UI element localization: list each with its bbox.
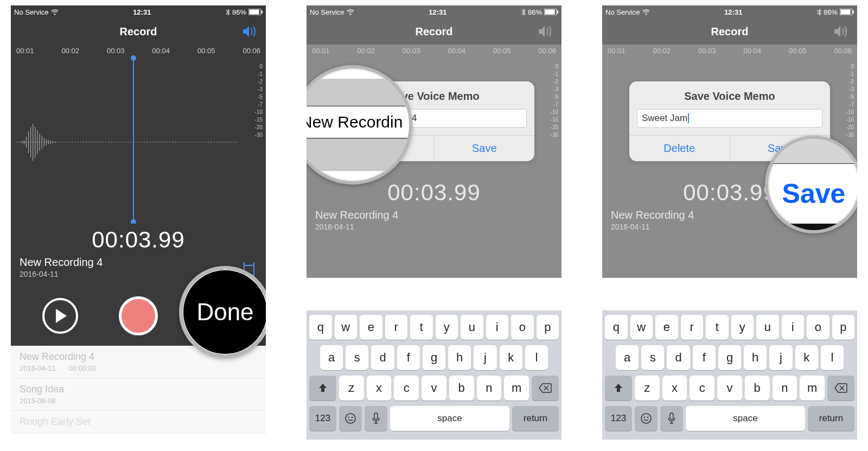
record-button[interactable] bbox=[119, 296, 158, 335]
key-dictation[interactable] bbox=[660, 406, 683, 431]
key-b[interactable]: b bbox=[745, 376, 770, 401]
memo-name-input[interactable]: Sweet Jam bbox=[637, 109, 822, 128]
key-u[interactable]: u bbox=[756, 315, 779, 340]
clock-label: 12:31 bbox=[133, 8, 151, 16]
key-i[interactable]: i bbox=[486, 315, 509, 340]
key-backspace[interactable] bbox=[827, 376, 854, 401]
key-t[interactable]: t bbox=[706, 315, 729, 340]
key-l[interactable]: l bbox=[525, 345, 548, 370]
key-v[interactable]: v bbox=[717, 376, 742, 401]
key-emoji[interactable] bbox=[635, 406, 658, 431]
tick: 00:02 bbox=[653, 47, 671, 55]
key-o[interactable]: o bbox=[807, 315, 829, 340]
key-u[interactable]: u bbox=[461, 315, 483, 340]
speaker-button[interactable] bbox=[242, 25, 258, 41]
list-item-date: 2016-04-11 bbox=[20, 364, 56, 372]
key-n[interactable]: n bbox=[773, 376, 797, 401]
key-space[interactable]: space bbox=[686, 406, 805, 431]
key-e[interactable]: e bbox=[360, 315, 382, 340]
key-j[interactable]: j bbox=[474, 345, 496, 370]
elapsed-time: 00:03.99 bbox=[20, 227, 257, 253]
key-k[interactable]: k bbox=[500, 345, 522, 370]
dialog-title: Save Voice Memo bbox=[629, 81, 830, 109]
db-tick: -30 bbox=[255, 131, 263, 139]
key-dictation[interactable] bbox=[365, 406, 387, 431]
db-tick: 0 bbox=[551, 63, 558, 71]
key-emoji[interactable] bbox=[339, 406, 362, 431]
key-x[interactable]: x bbox=[367, 376, 392, 401]
key-l[interactable]: l bbox=[821, 345, 844, 370]
key-c[interactable]: c bbox=[394, 376, 419, 401]
delete-button[interactable]: Delete bbox=[629, 136, 730, 161]
db-tick: -5 bbox=[551, 93, 558, 101]
time-ticks: 00:01 00:02 00:03 00:04 00:05 00:06 bbox=[11, 47, 266, 55]
key-m[interactable]: m bbox=[800, 376, 825, 401]
tick: 00:01 bbox=[312, 47, 330, 55]
key-space[interactable]: space bbox=[390, 406, 509, 431]
key-numbers[interactable]: 123 bbox=[605, 406, 632, 431]
key-i[interactable]: i bbox=[782, 315, 805, 340]
key-o[interactable]: o bbox=[511, 315, 534, 340]
play-button[interactable] bbox=[42, 298, 78, 334]
speaker-button[interactable] bbox=[538, 25, 554, 41]
key-q[interactable]: q bbox=[605, 315, 628, 340]
key-f[interactable]: f bbox=[693, 345, 716, 370]
svg-rect-36 bbox=[670, 413, 673, 420]
key-a[interactable]: a bbox=[320, 345, 343, 370]
playhead[interactable] bbox=[133, 56, 134, 224]
key-shift[interactable] bbox=[605, 376, 632, 401]
svg-rect-24 bbox=[545, 10, 554, 15]
tick: 00:02 bbox=[357, 47, 375, 55]
key-w[interactable]: w bbox=[630, 315, 653, 340]
key-c[interactable]: c bbox=[690, 376, 714, 401]
key-s[interactable]: s bbox=[641, 345, 664, 370]
battery-label: 86% bbox=[824, 8, 838, 16]
key-r[interactable]: r bbox=[681, 315, 704, 340]
key-r[interactable]: r bbox=[385, 315, 408, 340]
key-h[interactable]: h bbox=[744, 345, 767, 370]
key-y[interactable]: y bbox=[731, 315, 754, 340]
key-return[interactable]: return bbox=[808, 406, 854, 431]
key-d[interactable]: d bbox=[371, 345, 394, 370]
key-n[interactable]: n bbox=[477, 376, 502, 401]
key-q[interactable]: q bbox=[309, 315, 332, 340]
key-w[interactable]: w bbox=[335, 315, 358, 340]
key-g[interactable]: g bbox=[423, 345, 445, 370]
key-a[interactable]: a bbox=[616, 345, 639, 370]
callout-save: Save bbox=[765, 136, 857, 233]
key-z[interactable]: z bbox=[635, 376, 660, 401]
key-k[interactable]: k bbox=[795, 345, 818, 370]
key-p[interactable]: p bbox=[832, 315, 855, 340]
db-tick: -1 bbox=[551, 71, 558, 78]
tick: 00:03 bbox=[403, 47, 420, 55]
key-v[interactable]: v bbox=[422, 376, 446, 401]
key-m[interactable]: m bbox=[504, 376, 529, 401]
key-h[interactable]: h bbox=[448, 345, 471, 370]
key-z[interactable]: z bbox=[339, 376, 364, 401]
key-t[interactable]: t bbox=[410, 315, 433, 340]
key-numbers[interactable]: 123 bbox=[309, 406, 336, 431]
list-item[interactable]: Rough Early Set bbox=[11, 411, 266, 434]
key-j[interactable]: j bbox=[769, 345, 792, 370]
bluetooth-icon bbox=[521, 9, 526, 16]
db-scale: 0 -1 -2 -3 -5 -7 -10 -15 -20 -30 bbox=[255, 63, 263, 139]
save-button[interactable]: Save bbox=[435, 136, 535, 161]
key-shift[interactable] bbox=[309, 376, 336, 401]
tick: 00:06 bbox=[242, 47, 260, 55]
key-e[interactable]: e bbox=[655, 315, 678, 340]
key-backspace[interactable] bbox=[532, 376, 559, 401]
key-d[interactable]: d bbox=[667, 345, 690, 370]
key-return[interactable]: return bbox=[512, 406, 559, 431]
key-p[interactable]: p bbox=[537, 315, 559, 340]
key-f[interactable]: f bbox=[397, 345, 420, 370]
list-item[interactable]: Song Idea 2015-06-08 bbox=[11, 378, 266, 411]
key-x[interactable]: x bbox=[662, 376, 687, 401]
key-y[interactable]: y bbox=[436, 315, 458, 340]
speaker-button[interactable] bbox=[833, 25, 850, 41]
tick: 00:02 bbox=[61, 47, 79, 55]
key-b[interactable]: b bbox=[449, 376, 474, 401]
svg-point-26 bbox=[346, 414, 355, 423]
key-s[interactable]: s bbox=[346, 345, 368, 370]
status-bar: No Service 12:31 86% bbox=[602, 5, 857, 18]
key-g[interactable]: g bbox=[718, 345, 741, 370]
